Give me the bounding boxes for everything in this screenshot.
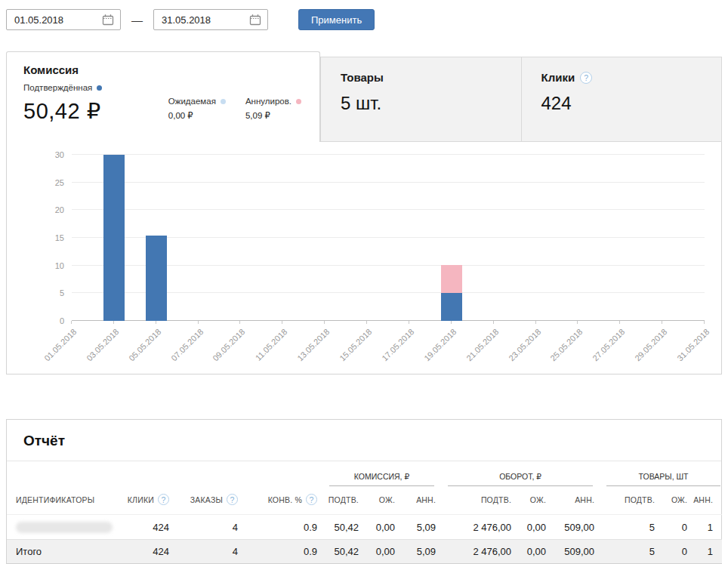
col-products-cancelled: АНН. — [687, 486, 722, 515]
cell-turnover-expected: 0,00 — [511, 515, 546, 540]
summary-cards: Товары 5 шт. Клики ? 424 — [320, 57, 722, 142]
x-axis-label: 19.05.2018 — [409, 327, 458, 376]
cell-turnover-cancelled: 509,00 — [546, 540, 594, 564]
cell-orders: 4 — [169, 515, 238, 540]
x-axis-tick — [239, 321, 240, 324]
x-axis-tick — [662, 321, 662, 324]
cell-turnover-confirmed: 2 476,00 — [436, 515, 511, 540]
cancelled-dot-icon — [296, 99, 301, 104]
calendar-icon[interactable] — [102, 14, 114, 26]
bar-confirmed-03.05.2018[interactable] — [103, 155, 125, 321]
gridline — [72, 209, 705, 210]
expected-dot-icon — [221, 99, 226, 104]
cell-commission-cancelled: 5,09 — [395, 515, 436, 540]
col-commission-confirmed: ПОДТВ. — [317, 486, 359, 515]
x-axis-tick — [619, 321, 620, 324]
commission-chart-panel: 05101520253001.05.201803.05.201805.05.20… — [6, 141, 722, 374]
col-clicks: КЛИКИ? — [120, 486, 169, 515]
card-clicks[interactable]: Клики ? 424 — [521, 57, 722, 141]
x-axis-tick — [113, 321, 114, 324]
x-axis-label: 21.05.2018 — [451, 327, 500, 376]
x-axis-tick — [324, 321, 325, 324]
confirmed-dot-icon — [97, 85, 102, 91]
total-label: Итого — [7, 540, 120, 564]
products-value: 5 шт. — [341, 93, 501, 114]
tab-commission[interactable]: Комиссия Подтверждённая 50,42 ₽ Ожидаема… — [6, 51, 320, 142]
x-axis-tick — [366, 321, 367, 324]
help-icon[interactable]: ? — [227, 494, 238, 505]
y-axis-label: 15 — [34, 233, 64, 242]
summary-row: Комиссия Подтверждённая 50,42 ₽ Ожидаема… — [6, 51, 722, 142]
col-commission-cancelled: АНН. — [395, 486, 436, 515]
cell-commission-cancelled: 5,09 — [395, 540, 436, 564]
cell-commission-expected: 0,00 — [359, 540, 395, 564]
cell-products-expected: 0 — [655, 540, 687, 564]
report-title: Отчёт — [7, 420, 721, 461]
table-row-total: Итого 424 4 0.9 50,42 0,00 5,09 2 476,00… — [7, 540, 722, 564]
group-header-commission: КОМИССИЯ, ₽ — [317, 461, 436, 486]
col-turnover-cancelled: АНН. — [546, 486, 594, 515]
report-table: КОМИССИЯ, ₽ ОБОРОТ, ₽ ТОВАРЫ, ШТ ИДЕНТИФ… — [7, 461, 722, 564]
gridline — [72, 154, 705, 155]
help-icon[interactable]: ? — [158, 494, 169, 505]
calendar-icon[interactable] — [249, 14, 261, 26]
bar-confirmed-19.05.2018[interactable] — [441, 293, 462, 321]
cell-commission-expected: 0,00 — [359, 515, 395, 540]
date-to-value: 31.05.2018 — [162, 14, 249, 26]
x-axis-tick — [577, 321, 578, 324]
clicks-value: 424 — [541, 93, 702, 114]
cell-products-cancelled: 1 — [687, 540, 722, 564]
x-axis-label: 01.05.2018 — [29, 327, 78, 376]
cell-orders: 4 — [169, 540, 238, 564]
confirmed-label: Подтверждённая — [23, 83, 303, 92]
bar-confirmed-05.05.2018[interactable] — [146, 236, 167, 321]
products-title: Товары — [341, 71, 501, 84]
col-turnover-confirmed: ПОДТВ. — [436, 486, 511, 515]
cell-turnover-cancelled: 509,00 — [546, 515, 594, 540]
x-axis-tick — [493, 321, 494, 324]
cell-conversion: 0.9 — [238, 540, 317, 564]
cell-clicks: 424 — [120, 515, 169, 540]
commission-values: 50,42 ₽ Ожидаемая 0,00 ₽ Аннулиров. — [23, 97, 303, 124]
filter-bar: 01.05.2018 — 31.05.2018 Применить — [6, 9, 722, 30]
date-to-input[interactable]: 31.05.2018 — [153, 9, 268, 30]
gridline — [72, 182, 705, 183]
expected-label: Ожидаемая — [168, 97, 226, 106]
report-panel: Отчёт КОМИССИЯ, ₽ ОБОРОТ, ₽ ТОВАРЫ, ШТ И… — [6, 419, 722, 564]
x-axis-label: 17.05.2018 — [366, 327, 415, 376]
bar-cancelled-19.05.2018[interactable] — [441, 265, 462, 293]
identifier-cell — [7, 515, 120, 540]
cell-products-expected: 0 — [655, 515, 687, 540]
help-icon[interactable]: ? — [580, 72, 592, 84]
cell-conversion: 0.9 — [238, 515, 317, 540]
col-products-expected: ОЖ. — [655, 486, 687, 515]
cell-turnover-expected: 0,00 — [511, 540, 546, 564]
cell-clicks: 424 — [120, 540, 169, 564]
x-axis-label: 03.05.2018 — [71, 327, 120, 376]
date-range-separator: — — [131, 14, 143, 26]
cell-products-confirmed: 5 — [594, 540, 655, 564]
table-row[interactable]: 424 4 0.9 50,42 0,00 5,09 2 476,00 0,00 … — [7, 515, 722, 540]
identifier-redacted — [16, 522, 113, 533]
col-products-confirmed: ПОДТВ. — [594, 486, 655, 515]
cell-commission-confirmed: 50,42 — [317, 540, 359, 564]
cell-products-confirmed: 5 — [594, 515, 655, 540]
x-axis-label: 05.05.2018 — [113, 327, 162, 376]
x-axis-tick — [198, 321, 199, 324]
x-axis-tick — [156, 321, 156, 324]
chart-plot: 05101520253001.05.201803.05.201805.05.20… — [72, 155, 705, 321]
card-products[interactable]: Товары 5 шт. — [321, 57, 521, 141]
page: 01.05.2018 — 31.05.2018 Применить Комисс… — [0, 0, 728, 564]
expected-commission-value: 0,00 ₽ — [168, 110, 226, 121]
help-icon[interactable]: ? — [306, 494, 317, 505]
expected-commission: Ожидаемая 0,00 ₽ — [168, 97, 226, 121]
col-orders: ЗАКАЗЫ? — [169, 486, 238, 515]
y-axis-label: 25 — [34, 178, 64, 187]
col-conversion: КОНВ. %? — [238, 486, 317, 515]
group-header-products: ТОВАРЫ, ШТ — [594, 461, 722, 486]
date-from-input[interactable]: 01.05.2018 — [6, 9, 121, 30]
x-axis-tick — [451, 321, 452, 324]
col-commission-expected: ОЖ. — [359, 486, 395, 515]
apply-button[interactable]: Применить — [298, 9, 375, 30]
x-axis-label: 31.05.2018 — [662, 327, 711, 376]
